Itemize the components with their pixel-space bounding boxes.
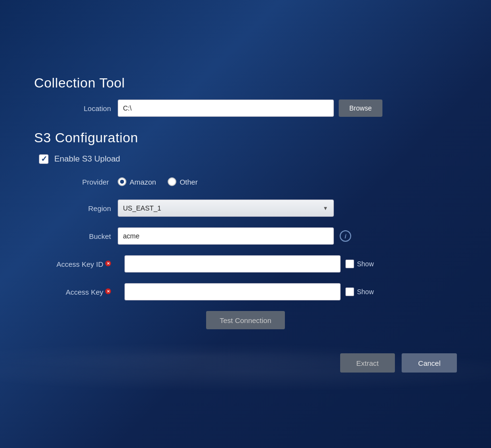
location-label: Location (34, 104, 111, 112)
access-key-id-row: Access Key ID Show (34, 255, 457, 273)
access-key-show-checkbox[interactable] (345, 287, 354, 296)
access-key-label-wrap: Access Key (34, 288, 111, 296)
enable-s3-checkbox[interactable]: ✓ (39, 154, 49, 164)
browse-button[interactable]: Browse (339, 100, 382, 117)
provider-other-option[interactable]: Other (168, 177, 198, 186)
region-select[interactable]: US_EAST_1 US_WEST_1 US_WEST_2 EU_WEST_1 … (118, 199, 334, 217)
cancel-button[interactable]: Cancel (402, 353, 457, 373)
location-input[interactable] (118, 100, 334, 117)
extract-button[interactable]: Extract (340, 353, 395, 373)
provider-label: Provider (82, 178, 109, 186)
access-key-row: Access Key Show (34, 283, 457, 300)
bucket-label: Bucket (34, 232, 111, 240)
bucket-row: Bucket i (34, 227, 457, 245)
footer-buttons: Extract Cancel (34, 344, 457, 373)
access-key-id-label: Access Key ID (56, 260, 103, 268)
checkmark-icon: ✓ (41, 155, 47, 163)
enable-s3-row: ✓ Enable S3 Upload (39, 154, 457, 164)
s3-section-title: S3 Configuration (34, 130, 457, 146)
amazon-radio-label: Amazon (130, 178, 156, 186)
access-key-id-show-wrap: Show (345, 260, 374, 268)
access-key-input[interactable] (124, 283, 341, 300)
info-letter: i (344, 233, 346, 240)
main-dialog: Collection Tool Location Browse S3 Confi… (15, 61, 476, 387)
test-connection-button[interactable]: Test Connection (206, 311, 285, 329)
access-key-id-input[interactable] (124, 255, 341, 273)
amazon-radio-button[interactable] (118, 177, 126, 186)
s3-configuration-section: S3 Configuration ✓ Enable S3 Upload Prov… (34, 130, 457, 329)
region-label: Region (34, 204, 111, 212)
access-key-label: Access Key (66, 288, 103, 296)
bucket-info-icon[interactable]: i (340, 230, 351, 242)
test-connection-row: Test Connection (34, 311, 457, 329)
page-title: Collection Tool (34, 75, 457, 91)
access-key-required-icon (105, 288, 111, 294)
access-key-id-required-icon (105, 261, 111, 266)
region-row: Region US_EAST_1 US_WEST_1 US_WEST_2 EU_… (34, 199, 457, 217)
other-radio-button[interactable] (168, 177, 176, 186)
other-radio-label: Other (180, 178, 198, 186)
access-key-id-show-checkbox[interactable] (345, 260, 354, 268)
enable-s3-label: Enable S3 Upload (54, 154, 120, 164)
region-select-wrapper: US_EAST_1 US_WEST_1 US_WEST_2 EU_WEST_1 … (118, 199, 334, 217)
access-key-show-wrap: Show (345, 287, 374, 296)
location-row: Location Browse (34, 100, 457, 117)
access-key-id-label-wrap: Access Key ID (34, 260, 111, 268)
access-key-show-label: Show (357, 288, 374, 296)
provider-amazon-option[interactable]: Amazon (118, 177, 156, 186)
access-key-id-show-label: Show (357, 260, 374, 268)
provider-row: Provider Amazon Other (82, 177, 457, 186)
bucket-input[interactable] (118, 227, 334, 245)
